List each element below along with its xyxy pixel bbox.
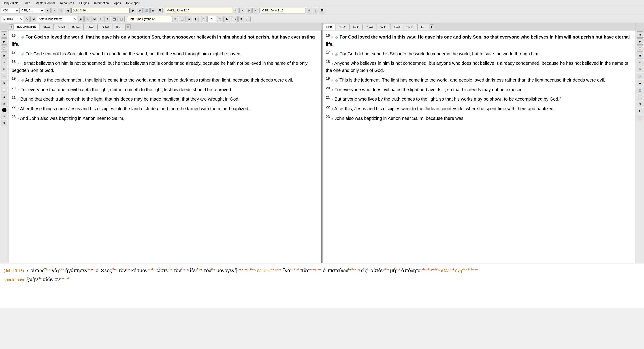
- sidebar-left-plus[interactable]: ＋: [1, 73, 8, 79]
- menu-extra-btn[interactable]: ☰: [319, 8, 325, 14]
- tab-csb[interactable]: CSB: [323, 24, 336, 30]
- menu-plugins[interactable]: Plugins: [78, 1, 90, 5]
- tab-tool3[interactable]: Tool3: [350, 24, 363, 30]
- sidebar-right-lightning[interactable]: ⚡: [637, 115, 643, 121]
- edit-btn[interactable]: ✏: [172, 16, 178, 22]
- sidebar-right-list[interactable]: ≡: [637, 59, 643, 65]
- toolbar2-icon4[interactable]: 💾: [111, 16, 118, 22]
- toolbar2-nav-next[interactable]: ▶: [78, 16, 84, 22]
- sidebar-right-translate[interactable]: 🔤: [637, 87, 643, 93]
- sidebar-right-dots[interactable]: ⋮⋮: [637, 94, 643, 100]
- sidebar-right-nav-next[interactable]: ▶: [637, 38, 643, 45]
- csb-panel[interactable]: 16 ♪ 🔗 For God loved the world in this w…: [323, 31, 636, 263]
- tab-tool7[interactable]: Tool7: [404, 24, 417, 30]
- tab-to-more[interactable]: To...: [417, 24, 429, 30]
- sidebar-right-arrow[interactable]: ➤: [637, 108, 643, 114]
- sidebar-left-clip[interactable]: 📋: [1, 45, 8, 52]
- toolbar2-nav-prev[interactable]: ◀: [30, 16, 36, 22]
- title-input[interactable]: [129, 17, 170, 21]
- sidebar-left-mail[interactable]: ✉: [1, 66, 8, 72]
- sidebar-right-clip[interactable]: 📋: [637, 45, 643, 52]
- font-larger-btn[interactable]: A+: [217, 16, 224, 22]
- tab-bible2[interactable]: Bible2: [40, 24, 54, 30]
- toolbar2-icon1[interactable]: ▣: [92, 16, 97, 22]
- book-select[interactable]: Ante-nicene fathers: [37, 16, 77, 22]
- tab-bible4[interactable]: Bible4: [69, 24, 83, 30]
- fullscreen-btn[interactable]: ⛶: [245, 16, 250, 22]
- tab-bible3[interactable]: Bible3: [54, 24, 68, 30]
- menu-master-control[interactable]: Master Control: [35, 1, 56, 5]
- copy-btn2[interactable]: 📋: [179, 16, 186, 22]
- commentary-select[interactable]: CSB, C...: [20, 8, 44, 14]
- toolbar2-search[interactable]: 🔍: [84, 16, 91, 22]
- sidebar-left-grid[interactable]: ▣: [1, 52, 8, 59]
- grid-btn[interactable]: ⊞: [150, 8, 156, 14]
- sidebar-right-apps[interactable]: ⊞: [637, 101, 643, 107]
- reference-input[interactable]: [73, 9, 128, 12]
- square-btn[interactable]: ▣: [186, 16, 192, 22]
- sidebar-right-mail[interactable]: ✉: [637, 66, 643, 72]
- sidebar-left-x[interactable]: ✕: [1, 101, 8, 107]
- left-tab-prev[interactable]: ◀: [9, 25, 14, 29]
- arrow-down-btn[interactable]: ⬇: [193, 16, 198, 22]
- sidebar-left-list[interactable]: ≡: [1, 59, 8, 65]
- toolbar2-icon3[interactable]: ≡: [104, 16, 110, 22]
- tab-bible6[interactable]: Bible6: [98, 24, 112, 30]
- share-btn[interactable]: ⊕: [246, 8, 252, 14]
- toolbar2-icon5[interactable]: 📋: [118, 16, 125, 22]
- version-select[interactable]: KJV: [1, 8, 19, 14]
- font-smaller-btn[interactable]: A-: [201, 16, 207, 22]
- left-tab-bar: [0, 23, 8, 31]
- menu-information[interactable]: Information: [93, 1, 110, 5]
- tab-tool4[interactable]: Tool4: [363, 24, 376, 30]
- clear-btn[interactable]: ✕: [233, 8, 239, 14]
- font-select[interactable]: IVPBBC: [1, 16, 23, 22]
- spin-down-btn[interactable]: ▼: [51, 8, 57, 14]
- tab-bib-more[interactable]: Bib...: [113, 24, 126, 30]
- sidebar-right-link[interactable]: 🔗: [637, 73, 643, 79]
- toolbar2-icon2[interactable]: ✏: [98, 16, 104, 22]
- refresh-btn2[interactable]: ↺: [238, 16, 244, 22]
- sidebar-left-lines[interactable]: ≡: [1, 113, 8, 119]
- sidebar-left-page[interactable]: 📄: [1, 87, 8, 93]
- sidebar-left-nav-next[interactable]: ▶: [1, 38, 8, 45]
- menu-uniquebible[interactable]: UniqueBible: [2, 1, 19, 5]
- tab-tool6[interactable]: Tool6: [390, 24, 404, 30]
- menu-bible[interactable]: Bible: [23, 1, 31, 5]
- sidebar-left-diamond[interactable]: ◆: [1, 94, 8, 100]
- main-area: ◀ ▶ 📋 ▣ ≡ ✉ ＋ ✕ 📄 ◆ ✕ ≡ ⚙ 16 ♪ 🔗 For God…: [0, 31, 644, 263]
- menu-resources[interactable]: Resources: [59, 1, 75, 5]
- kjv-panel[interactable]: 16 ♪ 🔗 For God so loved the world, that …: [8, 31, 322, 263]
- list-btn[interactable]: ☰: [157, 8, 163, 14]
- tab-bible5[interactable]: Bible5: [84, 24, 98, 30]
- nav-next-btn[interactable]: ▶: [130, 8, 136, 14]
- csb-ref-input[interactable]: [262, 9, 304, 12]
- play-btn[interactable]: ▶: [224, 16, 230, 22]
- search-btn[interactable]: 🔍: [58, 8, 64, 14]
- crosshair-btn[interactable]: ⊕: [137, 8, 142, 14]
- black-circle-indicator[interactable]: [2, 108, 6, 112]
- right-tab-next[interactable]: ▶: [430, 25, 434, 29]
- sidebar-right-nav-prev[interactable]: ◀: [637, 31, 643, 38]
- note-btn[interactable]: ✎: [24, 16, 30, 22]
- nav-btn[interactable]: ⟶: [231, 16, 238, 22]
- spin-up-btn[interactable]: ▲: [45, 8, 50, 14]
- sidebar-left-close[interactable]: ✕: [1, 80, 8, 86]
- tab-tool5[interactable]: Tool5: [376, 24, 390, 30]
- sidebar-right-diamond[interactable]: ◆: [637, 80, 643, 86]
- tab-kjv-john[interactable]: KJV-John 3:16: [14, 24, 39, 30]
- sidebar-left-settings[interactable]: ⚙: [1, 120, 8, 126]
- refresh-btn[interactable]: ↺: [306, 8, 312, 14]
- sync-btn[interactable]: 🔄: [143, 8, 150, 14]
- external-link-btn[interactable]: ↗: [240, 8, 245, 14]
- left-tab-next[interactable]: ▶: [126, 25, 131, 29]
- menu-apps[interactable]: Apps: [113, 1, 122, 5]
- sidebar-right-grid[interactable]: ▣: [637, 52, 643, 59]
- zoom-out-btn[interactable]: －: [252, 8, 258, 14]
- menu-developer[interactable]: Developer: [125, 1, 140, 5]
- nav-prev-btn[interactable]: ◀: [65, 8, 71, 14]
- download-btn[interactable]: ↓: [312, 8, 318, 14]
- sidebar-left-nav-prev[interactable]: ◀: [1, 31, 8, 38]
- main-ref-input[interactable]: [167, 9, 231, 12]
- tab-tool2[interactable]: Tool2: [336, 24, 349, 30]
